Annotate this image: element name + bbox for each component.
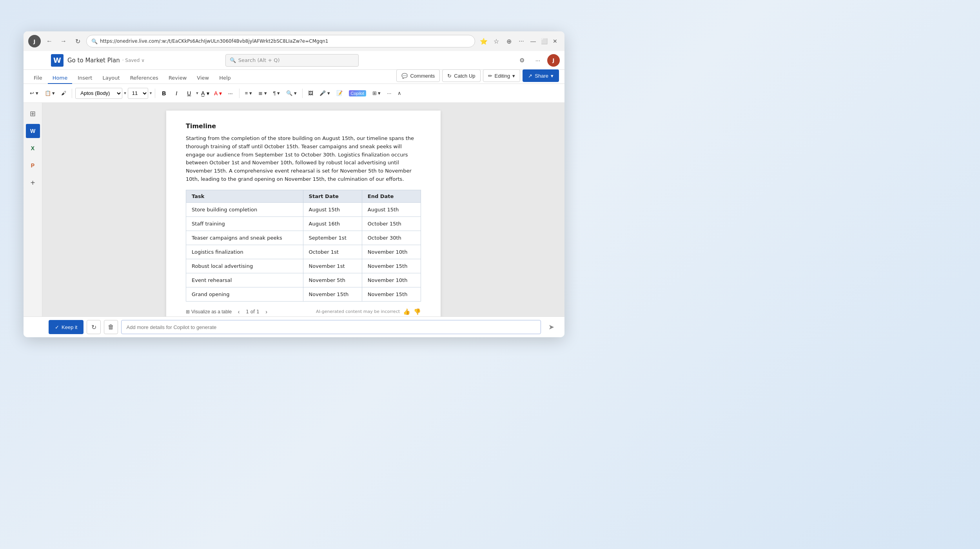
underline-chevron-icon: ▾: [196, 91, 198, 96]
dictate-button[interactable]: 📝: [334, 87, 345, 99]
undo-button[interactable]: ↩ ▾: [27, 87, 41, 99]
tab-file[interactable]: File: [29, 73, 47, 84]
ribbon-tabs: File Home Insert Layout References Revie…: [24, 70, 564, 84]
bold-button[interactable]: B: [158, 88, 169, 99]
more-button[interactable]: ···: [516, 36, 527, 47]
share-chevron-icon: ▾: [551, 73, 554, 79]
checkmark-icon: ✓: [55, 324, 59, 330]
reload-button[interactable]: ↻: [72, 36, 83, 47]
thumbs-down-button[interactable]: 👎: [414, 308, 421, 315]
url-text: https://onedrive.live.com/:w:/t/EaCKkPs6…: [100, 38, 328, 44]
col-end-date: End Date: [362, 190, 421, 202]
favorites-button[interactable]: ☆: [491, 36, 502, 47]
clipboard-button[interactable]: 📋 ▾: [42, 87, 58, 99]
font-color-button[interactable]: A ▾: [212, 88, 223, 99]
sidebar-excel-button[interactable]: X: [26, 141, 40, 155]
format-painter-button[interactable]: 🖌: [59, 87, 69, 99]
visualize-table-button[interactable]: ⊞ Visualize as a table: [186, 309, 232, 314]
document-page[interactable]: Timeline Starting from the completion of…: [166, 111, 441, 316]
doc-title-text: Go to Market Plan: [67, 57, 120, 64]
align-button[interactable]: ≣ ▾: [256, 87, 269, 99]
section-title: Timeline: [186, 122, 421, 130]
underline-button[interactable]: U: [183, 88, 194, 99]
tab-layout[interactable]: Layout: [98, 73, 124, 84]
more-options-button[interactable]: ···: [532, 54, 544, 67]
catchup-icon: ↻: [447, 73, 452, 79]
collapse-ribbon-button[interactable]: ∧: [395, 87, 404, 99]
forward-button[interactable]: →: [58, 36, 69, 47]
sidebar-word-button[interactable]: W: [26, 124, 40, 138]
sidebar-powerpoint-button[interactable]: P: [26, 158, 40, 173]
settings-button[interactable]: ⚙: [516, 54, 528, 67]
catchup-button[interactable]: ↻ Catch Up: [442, 69, 480, 82]
table-row: Grand openingNovember 15thNovember 15th: [186, 287, 421, 301]
microphone-button[interactable]: 🎤 ▾: [317, 87, 332, 99]
list-button[interactable]: ≡ ▾: [243, 87, 254, 99]
ai-notice: AI-generated content may be incorrect: [316, 309, 400, 314]
discard-button[interactable]: 🗑: [104, 320, 118, 334]
tab-home[interactable]: Home: [48, 73, 72, 84]
profiles-button[interactable]: ⊕: [503, 36, 514, 47]
col-start-date: Start Date: [303, 190, 362, 202]
pagination-next-button[interactable]: ›: [263, 308, 270, 316]
close-button[interactable]: ✕: [550, 36, 560, 46]
user-avatar: J: [28, 35, 41, 47]
share-icon: ↗: [528, 73, 532, 79]
more-format-button[interactable]: ···: [225, 88, 236, 99]
table-row: Staff trainingAugust 16thOctober 15th: [186, 216, 421, 231]
pencil-icon: ✏: [488, 73, 492, 79]
tab-help[interactable]: Help: [214, 73, 236, 84]
extensions-button[interactable]: ⭐: [478, 36, 489, 47]
comments-button[interactable]: 💬 Comments: [396, 69, 440, 82]
copilot-button[interactable]: Copilot: [347, 87, 368, 99]
content-area: Timeline Starting from the completion of…: [42, 103, 564, 316]
document-title-area: Go to Market Plan · Saved ∨: [67, 57, 145, 64]
editing-button[interactable]: ✏ Editing ▾: [483, 69, 521, 82]
chevron-font-icon: ▾: [124, 91, 126, 96]
search-icon: 🔍: [91, 38, 98, 44]
sidebar-apps-button[interactable]: ⊞: [26, 107, 40, 121]
header-search-placeholder: Search (Alt + Q): [238, 57, 280, 63]
timeline-paragraph[interactable]: Starting from the completion of the stor…: [186, 135, 421, 184]
copilot-input[interactable]: [121, 320, 541, 334]
paragraph-button[interactable]: ¶ ▾: [271, 87, 283, 99]
tab-references[interactable]: References: [125, 73, 163, 84]
chevron-down-icon: ▾: [512, 73, 515, 79]
font-selector[interactable]: Aptos (Body): [75, 88, 122, 99]
thumbs-up-button[interactable]: 👍: [403, 308, 410, 315]
tab-insert[interactable]: Insert: [73, 73, 97, 84]
keep-it-button[interactable]: ✓ Keep it: [49, 320, 83, 334]
share-button[interactable]: ↗ Share ▾: [523, 69, 559, 82]
find-button[interactable]: 🔍 ▾: [284, 87, 299, 99]
chevron-size-icon: ▾: [150, 91, 152, 96]
header-search-icon: 🔍: [230, 57, 236, 63]
visualize-icon: ⊞: [186, 309, 190, 314]
maximize-button[interactable]: ⬜: [539, 36, 549, 46]
pagination-prev-button[interactable]: ‹: [235, 308, 243, 316]
user-profile-avatar[interactable]: J: [547, 54, 560, 67]
pagination-text: 1 of 1: [246, 309, 259, 314]
col-task: Task: [186, 190, 303, 202]
italic-button[interactable]: I: [171, 88, 182, 99]
insert-picture-button[interactable]: 🖼: [306, 87, 316, 99]
toolbar-more-button[interactable]: ···: [385, 87, 394, 99]
address-bar[interactable]: 🔍 https://onedrive.live.com/:w:/t/EaCKkP…: [86, 35, 475, 47]
sidebar-add-button[interactable]: +: [26, 176, 40, 190]
copilot-send-button[interactable]: ➤: [544, 320, 558, 334]
tab-view[interactable]: View: [192, 73, 214, 84]
tab-review[interactable]: Review: [164, 73, 191, 84]
table-row: Teaser campaigns and sneak peeksSeptembe…: [186, 231, 421, 245]
table-row: Robust local advertisingNovember 1stNove…: [186, 259, 421, 273]
font-size-selector[interactable]: 11: [128, 88, 148, 99]
timeline-table: Task Start Date End Date Store building …: [186, 190, 421, 302]
highlight-button[interactable]: A̲ ▾: [200, 88, 211, 99]
table-row: Store building completionAugust 15thAugu…: [186, 202, 421, 216]
header-search[interactable]: 🔍 Search (Alt + Q): [225, 54, 359, 67]
back-button[interactable]: ←: [44, 36, 55, 47]
minimize-button[interactable]: —: [528, 36, 538, 46]
regenerate-button[interactable]: ↻: [87, 320, 101, 334]
saved-status[interactable]: · Saved ∨: [122, 58, 145, 63]
formatting-toolbar: ↩ ▾ 📋 ▾ 🖌 Aptos (Body) ▾ 11 ▾ B I U ▾ A̲…: [24, 84, 564, 103]
comments-icon: 💬: [401, 73, 408, 79]
table-button[interactable]: ⊞ ▾: [370, 87, 383, 99]
